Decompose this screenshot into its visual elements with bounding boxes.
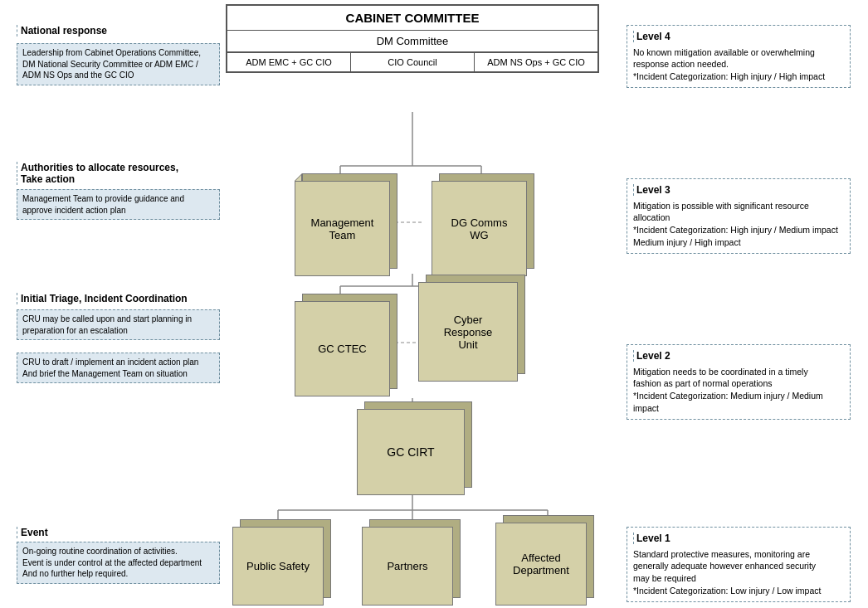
cyber-response-box: Cyber Response Unit (418, 282, 518, 382)
management-team-box: Management Team (295, 181, 390, 276)
authorities-text: Management Team to provide guidance and … (17, 189, 220, 220)
dg-comms-box: DG Comms WG (432, 181, 527, 276)
dm-committee: DM Committee (227, 31, 597, 52)
initial-triage-title: Initial Triage, Incident Coordination (17, 293, 188, 304)
national-response-text: Leadership from Cabinet Operations Commi… (17, 43, 220, 85)
sub-committees: ADM EMC + GC CIO CIO Council ADM NS Ops … (227, 52, 597, 71)
public-safety-box: Public Safety (232, 527, 324, 606)
level2-title: Level 2 (633, 349, 844, 363)
affected-dept-wrap: Affected Department (495, 523, 587, 606)
event-title: Event (17, 527, 48, 538)
gc-ctec-box: GC CTEC (295, 301, 390, 396)
initial-triage-text2: CRU to draft / implement an incident act… (17, 353, 220, 383)
gc-cirt-wrap: GC CIRT (357, 409, 465, 495)
level4-panel: Level 4 No known mitigation available or… (627, 25, 851, 88)
event-text: On-going routine coordination of activit… (17, 542, 220, 584)
level3-title: Level 3 (633, 183, 844, 197)
cyber-response-wrap: Cyber Response Unit (418, 282, 518, 382)
level1-title: Level 1 (633, 532, 844, 546)
gc-cirt-box: GC CIRT (357, 409, 465, 495)
initial-triage-text1: CRU may be called upon and start plannin… (17, 309, 220, 340)
level4-title: Level 4 (633, 30, 844, 44)
level3-panel: Level 3 Mitigation is possible with sign… (627, 178, 851, 254)
partners-wrap: Partners (362, 527, 453, 606)
authorities-title: Authorities to allocate resources, Take … (17, 162, 178, 185)
diagram-wrapper: CABINET COMMITTEE DM Committee ADM EMC +… (0, 0, 868, 608)
sub1: ADM EMC + GC CIO (227, 53, 351, 71)
affected-dept-box: Affected Department (495, 523, 587, 606)
national-response-title: National response (17, 25, 107, 36)
cabinet-title: CABINET COMMITTEE (227, 6, 597, 31)
public-safety-wrap: Public Safety (232, 527, 324, 606)
management-team-wrap: Management Team (295, 181, 390, 276)
dg-comms-wrap: DG Comms WG (432, 181, 527, 276)
gc-ctec-wrap: GC CTEC (295, 301, 390, 396)
level2-panel: Level 2 Mitigation needs to be coordinat… (627, 344, 851, 420)
sub3: ADM NS Ops + GC CIO (475, 53, 597, 71)
cabinet-committee-box: CABINET COMMITTEE DM Committee ADM EMC +… (226, 4, 599, 73)
partners-box: Partners (362, 527, 453, 606)
sub2: CIO Council (351, 53, 475, 71)
level1-panel: Level 1 Standard protective measures, mo… (627, 527, 851, 602)
